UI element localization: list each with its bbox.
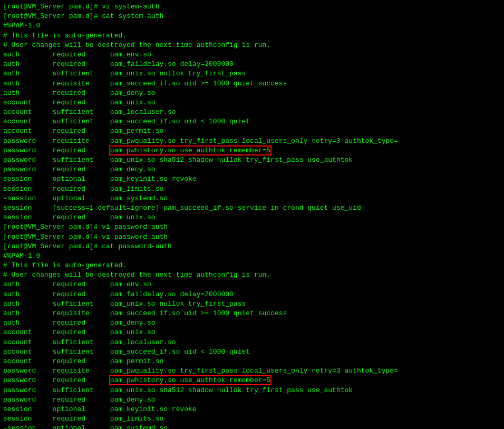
terminal-line: session [success=1 default=ignore] pam_s… xyxy=(3,203,501,213)
terminal-line: auth required pam_env.so xyxy=(3,280,501,289)
terminal-line: # This file is auto-generated. xyxy=(3,261,501,270)
terminal-line: account required pam_permit.so xyxy=(3,357,501,366)
terminal-line: session required pam_unix.so xyxy=(3,213,501,222)
terminal-line: -session optional pam_systemd.so xyxy=(3,424,501,429)
terminal-line: account required pam_unix.so xyxy=(3,98,501,108)
terminal-line: account sufficient pam_succeed_if.so uid… xyxy=(3,347,501,357)
terminal-line: auth requisite pam_succeed_if.so uid >= … xyxy=(3,79,501,89)
terminal-line: account required pam_unix.so xyxy=(3,328,501,337)
terminal-line: [root@VM_Server pam.d]# vi password-auth xyxy=(3,232,501,242)
terminal-line: #%PAM-1.0 xyxy=(3,21,501,31)
terminal-line: auth required pam_deny.so xyxy=(3,89,501,98)
highlighted-text: pam_pwhistory.so use_authtok remember=5 xyxy=(110,147,270,154)
terminal-line: # User changes will be destroyed the nex… xyxy=(3,270,501,280)
terminal-line: password required pam_deny.so xyxy=(3,165,501,174)
terminal-line: #%PAM-1.0 xyxy=(3,251,501,261)
terminal-line: password sufficient pam_unix.so sha512 s… xyxy=(3,386,501,395)
terminal-window: [root@VM_Server pam.d]# vi system-auth[r… xyxy=(3,2,501,429)
terminal-line: password requisite pam_pwquality.so try_… xyxy=(3,136,501,146)
terminal-line: auth required pam_env.so xyxy=(3,50,501,60)
highlighted-text: pam_pwhistory.so use_authtok remember=5 xyxy=(110,376,270,384)
terminal-line: # User changes will be destroyed the nex… xyxy=(3,41,501,50)
terminal-line: auth required pam_faildelay.so delay=200… xyxy=(3,290,501,299)
terminal-line: [root@VM_Server pam.d]# cat password-aut… xyxy=(3,242,501,251)
terminal-line: [root@VM_Server pam.d]# vi password-auth xyxy=(3,222,501,232)
terminal-line: auth requisite pam_succeed_if.so uid >= … xyxy=(3,309,501,318)
terminal-line: session optional pam_keyinit.so revoke xyxy=(3,405,501,414)
terminal-line: session required pam_limits.so xyxy=(3,184,501,194)
terminal-line: auth required pam_deny.so xyxy=(3,318,501,328)
terminal-line: [root@VM_Server pam.d]# vi system-auth xyxy=(3,2,501,12)
terminal-line: auth sufficient pam_unix.so nullok try_f… xyxy=(3,299,501,309)
terminal-line: password requisite pam_pwquality.so try_… xyxy=(3,366,501,376)
terminal-line: session optional pam_keyinit.so revoke xyxy=(3,174,501,184)
terminal-line: -session optional pam_systemd.so xyxy=(3,194,501,203)
terminal-line: [root@VM_Server pam.d]# cat system-auth xyxy=(3,12,501,21)
terminal-line: password sufficient pam_unix.so sha512 s… xyxy=(3,155,501,165)
terminal-line: account sufficient pam_succeed_if.so uid… xyxy=(3,117,501,126)
terminal-line: session required pam_limits.so xyxy=(3,414,501,424)
terminal-line: password required pam_deny.so xyxy=(3,395,501,405)
terminal-line: account sufficient pam_localuser.so xyxy=(3,108,501,117)
terminal-line: password required pam_pwhistory.so use_a… xyxy=(3,376,501,385)
terminal-line: # This file is auto-generated. xyxy=(3,31,501,41)
terminal-line: auth required pam_faildelay.so delay=200… xyxy=(3,60,501,69)
terminal-line: account required pam_permit.so xyxy=(3,126,501,136)
terminal-line: password required pam_pwhistory.so use_a… xyxy=(3,146,501,155)
terminal-line: auth sufficient pam_unix.so nullok try_f… xyxy=(3,69,501,79)
terminal-content: [root@VM_Server pam.d]# vi system-auth[r… xyxy=(3,2,501,429)
terminal-line: account sufficient pam_localuser.so xyxy=(3,338,501,347)
